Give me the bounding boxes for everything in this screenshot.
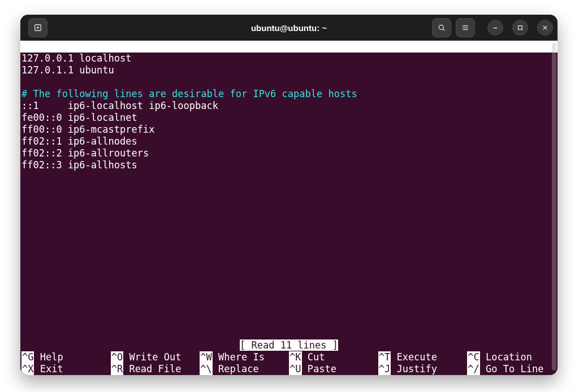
shortcut-label: Read File [123,363,181,375]
terminal-viewport[interactable]: GNU nano 6.2 /etc/hosts 127.0.0.1 localh… [20,41,558,375]
shortcut-label: Help [34,351,63,363]
shortcut-label: Cut [302,351,325,363]
shortcut-key: ^C [467,351,479,363]
shortcut-key: ^/ [467,363,479,375]
shortcut-item: ^C Location [467,351,556,363]
shortcut-key: ^K [289,351,301,363]
shortcut-item: ^\ Replace [200,363,289,375]
nano-header-bar: GNU nano 6.2 /etc/hosts [20,41,558,53]
nano-filename: /etc/hosts [299,53,357,64]
search-button[interactable] [432,18,451,37]
terminal-window: ubuntu@ubuntu: ~ [20,15,558,375]
editor-line: ff02::2 ip6-allrouters [21,147,556,159]
menu-button[interactable] [456,18,475,37]
shortcut-key: ^O [111,351,123,363]
close-button[interactable] [537,20,553,36]
nano-editor-body[interactable]: 127.0.0.1 localhost127.0.1.1 ubuntu # Th… [20,53,558,171]
svg-line-4 [443,29,445,31]
editor-line: ff00::0 ip6-mcastprefix [21,124,556,136]
close-icon [541,23,550,32]
shortcut-item: ^G Help [21,351,111,363]
editor-line [21,76,556,88]
shortcut-key: ^U [289,363,301,375]
search-icon [437,23,446,32]
shortcut-item: ^O Write Out [111,351,200,363]
shortcut-item: ^X Exit [21,363,111,375]
editor-line: ff02::3 ip6-allhosts [21,159,556,171]
shortcut-label: Paste [302,363,336,375]
shortcut-item: ^T Execute [378,351,468,363]
new-tab-button[interactable] [28,18,47,37]
shortcut-label: Exit [34,363,63,375]
shortcut-label: Go To Line [480,363,544,375]
scrollbar-thumb[interactable] [552,43,556,371]
shortcut-item: ^/ Go To Line [467,363,556,375]
minimize-icon [491,23,500,32]
editor-line: 127.0.1.1 ubuntu [21,64,556,76]
shortcut-key: ^R [111,363,123,375]
hamburger-icon [461,23,470,32]
shortcut-item: ^W Where Is [200,351,289,363]
shortcut-label: Execute [391,351,437,363]
minimize-button[interactable] [487,20,503,36]
editor-line: # The following lines are desirable for … [21,88,556,100]
shortcut-label: Where Is [213,351,265,363]
nano-status-text: [ Read 11 lines ] [240,339,338,351]
nano-status-line: [ Read 11 lines ] [20,339,558,351]
shortcut-label: Justify [391,363,437,375]
editor-line: ff02::1 ip6-allnodes [21,136,556,147]
new-tab-icon [33,23,42,32]
svg-rect-9 [518,26,522,30]
shortcut-label: Write Out [123,351,181,363]
shortcut-item: ^U Paste [289,363,378,375]
shortcut-key: ^J [378,363,391,375]
shortcut-key: ^X [21,363,34,375]
shortcut-item: ^R Read File [111,363,200,375]
editor-line: ::1 ip6-localhost ip6-loopback [21,100,556,112]
window-titlebar: ubuntu@ubuntu: ~ [20,15,558,41]
maximize-button[interactable] [512,20,528,36]
nano-shortcut-bar: ^G Help^O Write Out^W Where Is^K Cut^T E… [20,351,558,375]
shortcut-item: ^J Justify [378,363,468,375]
shortcut-item: ^K Cut [289,351,378,363]
shortcut-label: Location [480,351,532,363]
maximize-icon [516,23,525,32]
svg-point-3 [439,25,443,29]
shortcut-label: Replace [213,363,259,375]
shortcut-key: ^\ [200,363,212,375]
shortcut-key: ^T [378,351,391,363]
editor-line: fe00::0 ip6-localnet [21,112,556,124]
shortcut-key: ^W [200,351,212,363]
shortcut-key: ^G [21,351,34,363]
